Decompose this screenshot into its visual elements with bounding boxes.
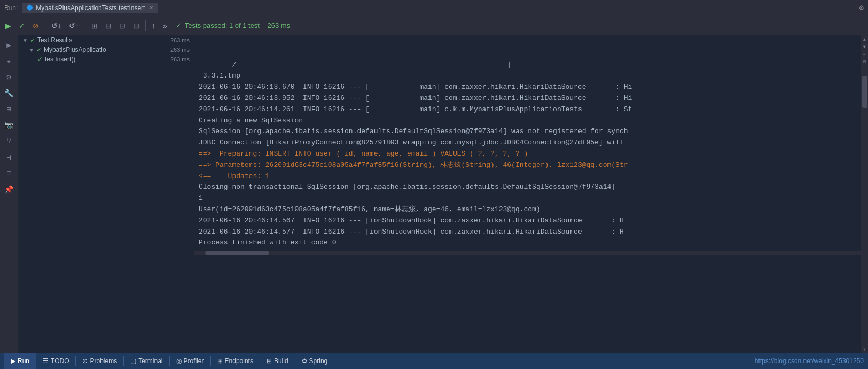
console-line: Creating a new SqlSession <box>199 116 856 127</box>
run-button[interactable]: ▶ <box>2 19 14 32</box>
tree-item-method[interactable]: ✓ testInsert() 263 ms <box>18 55 194 64</box>
stop-button[interactable]: ⊘ <box>29 19 42 32</box>
console-line: JDBC Connection [HikariProxyConnection@8… <box>199 137 856 149</box>
problems-tab-label: Problems <box>90 357 117 365</box>
tab-title: MybatisPlusApplicationTests.testInsert <box>36 4 145 12</box>
toolbar-separator-3 <box>145 20 146 31</box>
scroll-icon-4[interactable]: ⊟ <box>861 58 869 65</box>
root-arrow-icon: ▼ <box>22 37 28 43</box>
more-button[interactable]: » <box>160 19 170 32</box>
status-tab-spring[interactable]: ✿ Spring <box>295 353 334 369</box>
status-bar: ▶ Run ☰ TODO ⊙ Problems ▢ Terminal ◎ Pro… <box>0 353 868 369</box>
console-line: ==> Preparing: INSERT INTO user ( id, na… <box>199 149 856 160</box>
tree-item-root[interactable]: ▼ ✓ Test Results 263 ms <box>18 35 194 45</box>
sidebar-settings-icon[interactable]: ⚙ <box>2 70 17 84</box>
build-tab-label: Build <box>274 357 288 365</box>
console-line: 2021-06-16 20:46:13.670 INFO 16216 --- [… <box>199 82 856 93</box>
root-time: 263 ms <box>170 37 190 43</box>
console-hscrollbar[interactable] <box>194 251 861 255</box>
scroll-icon-1[interactable]: ▲ <box>861 35 869 43</box>
status-bar-url: https://blog.csdn.net/weixin_45301250 <box>755 357 864 365</box>
console-line: 2021-06-16 20:46:14.567 INFO 16216 --- [… <box>199 216 856 227</box>
console-panel[interactable]: / | 3.3.1.tmp2021-06-16 20:46:13.670 INF… <box>194 35 861 353</box>
sidebar-run-icon[interactable]: ▶ <box>2 37 17 52</box>
scroll-icon-2[interactable]: ▼ <box>861 43 869 50</box>
sidebar-list-icon[interactable]: ≡ <box>2 166 17 181</box>
problems-tab-icon: ⊙ <box>82 357 88 365</box>
panel-area: ▼ ✓ Test Results 263 ms ▼ ✓ MybatisPlusA… <box>18 35 868 353</box>
sidebar-branch-icon[interactable]: ⑂ <box>2 134 17 149</box>
right-scrollbar: ▲ ▼ ≡ ⊟ ▼ <box>861 35 868 353</box>
status-tab-profiler[interactable]: ◎ Profiler <box>170 353 210 369</box>
check-icon: ✓ <box>176 21 182 29</box>
sidebar-layout-icon[interactable]: ⊞ <box>2 102 17 117</box>
run-tab-icon: ▶ <box>11 357 15 365</box>
terminal-tab-icon: ▢ <box>130 357 136 365</box>
test-panel: ▼ ✓ Test Results 263 ms ▼ ✓ MybatisPlusA… <box>18 35 194 353</box>
todo-tab-label: TODO <box>51 357 69 365</box>
status-tab-todo[interactable]: ☰ TODO <box>36 353 75 369</box>
status-tab-problems[interactable]: ⊙ Problems <box>76 353 123 369</box>
check-button[interactable]: ✓ <box>15 19 28 32</box>
console-line: 2021-06-16 20:46:13.952 INFO 16216 --- [… <box>199 93 856 104</box>
class-label: MybatisPlusApplicatio <box>44 46 106 53</box>
filter2-button[interactable]: ⊟ <box>102 19 115 32</box>
status-tab-build[interactable]: ⊟ Build <box>260 353 295 369</box>
sidebar-wrench-icon[interactable]: 🔧 <box>2 86 17 101</box>
test-status: ✓ Tests passed: 1 of 1 test – 263 ms <box>176 21 290 29</box>
spring-tab-label: Spring <box>309 357 328 365</box>
scrollbar-track[interactable] <box>861 65 868 345</box>
console-line: 2021-06-16 20:46:14.261 INFO 16216 --- [… <box>199 104 856 116</box>
main-content: ▶ ✦ ⚙ 🔧 ⊞ 📷 ⑂ ⊣ ≡ 📌 ▼ ✓ Test Results 263… <box>0 35 868 353</box>
spring-tab-icon: ✿ <box>302 357 307 365</box>
scroll-icon-3[interactable]: ≡ <box>861 50 869 58</box>
toolbar: ▶ ✓ ⊘ ↺↓ ↺↑ ⊞ ⊟ ⊟ ⊟ ↑ » ✓ Tests passed: … <box>0 16 868 35</box>
method-label: testInsert() <box>45 56 75 63</box>
class-time: 263 ms <box>170 47 190 53</box>
side-icons-panel: ▶ ✦ ⚙ 🔧 ⊞ 📷 ⑂ ⊣ ≡ 📌 <box>0 35 18 353</box>
rerun-all-button[interactable]: ↺↑ <box>66 19 82 32</box>
tree-item-class[interactable]: ▼ ✓ MybatisPlusApplicatio 263 ms <box>18 45 194 55</box>
console-line: 3.3.1.tmp <box>199 71 856 82</box>
close-tab-icon[interactable]: ✕ <box>149 5 153 11</box>
filter1-button[interactable]: ⊞ <box>88 19 101 32</box>
sidebar-camera-icon[interactable]: 📷 <box>2 118 17 133</box>
class-check-icon: ✓ <box>36 46 42 53</box>
filter3-button[interactable]: ⊟ <box>116 19 129 32</box>
console-line: Closing non transactional SqlSession [or… <box>199 182 856 193</box>
settings-gear-icon[interactable]: ⚙ <box>859 3 864 12</box>
console-line: 1 <box>199 193 856 204</box>
run-label: Run: <box>4 4 18 12</box>
console-line: SqlSession [org.apache.ibatis.session.de… <box>199 126 856 137</box>
status-tab-terminal[interactable]: ▢ Terminal <box>124 353 169 369</box>
filter4-button[interactable]: ⊟ <box>130 19 143 32</box>
profiler-tab-label: Profiler <box>184 357 204 365</box>
endpoints-tab-label: Endpoints <box>225 357 253 365</box>
root-label: Test Results <box>37 36 72 44</box>
console-hscroll-thumb[interactable] <box>205 251 269 255</box>
title-tab[interactable]: 🔷 MybatisPlusApplicationTests.testInsert… <box>22 3 158 13</box>
test-tree: ▼ ✓ Test Results 263 ms ▼ ✓ MybatisPlusA… <box>18 35 194 353</box>
console-line: 2021-06-16 20:46:14.577 INFO 16216 --- [… <box>199 227 856 238</box>
sidebar-login-icon[interactable]: ⊣ <box>2 150 17 165</box>
console-line: ==> Parameters: 262091d63c475c108a05a4f7… <box>199 160 856 171</box>
rerun-failed-button[interactable]: ↺↓ <box>48 19 65 32</box>
status-tab-endpoints[interactable]: ⊞ Endpoints <box>211 353 260 369</box>
class-arrow-icon: ▼ <box>29 47 34 53</box>
profiler-tab-icon: ◎ <box>176 357 182 365</box>
scroll-down-arrow[interactable]: ▼ <box>861 345 869 353</box>
sort-up-button[interactable]: ↑ <box>148 19 159 32</box>
sidebar-bookmark-icon[interactable]: ✦ <box>2 53 17 68</box>
toolbar-separator-2 <box>85 20 85 31</box>
terminal-tab-label: Terminal <box>138 357 162 365</box>
console-line: User(id=262091d63c475c108a05a4f7faf85f16… <box>199 204 856 216</box>
console-line: Process finished with exit code 0 <box>199 237 856 249</box>
scrollbar-thumb[interactable] <box>862 76 867 108</box>
status-tab-run[interactable]: ▶ Run <box>4 353 36 369</box>
endpoints-tab-icon: ⊞ <box>217 357 223 365</box>
sidebar-pin-icon[interactable]: 📌 <box>2 182 17 197</box>
console-line: <== Updates: 1 <box>199 171 856 182</box>
console-line: / | <box>199 60 856 71</box>
run-tab-label: Run <box>18 357 29 365</box>
method-time: 263 ms <box>170 56 190 63</box>
